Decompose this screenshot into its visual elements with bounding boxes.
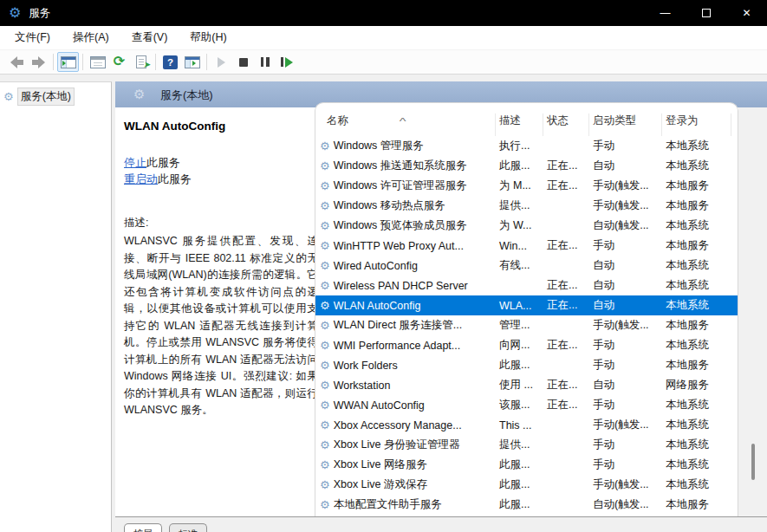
service-gear-icon: ⚙ <box>320 340 330 351</box>
stop-service-button[interactable] <box>232 52 254 72</box>
window-title: 服务 <box>29 6 50 21</box>
column-header-status[interactable]: 状态 <box>543 114 589 136</box>
table-row[interactable]: ⚙WLAN AutoConfig WLA... 正在... 自动 本地系统 <box>315 295 738 315</box>
column-header-name[interactable]: 名称^ <box>315 114 496 136</box>
table-row[interactable]: ⚙Windows 许可证管理器服务 为 M... 正在... 手动(触发... … <box>315 176 738 196</box>
table-row[interactable]: ⚙WinHTTP Web Proxy Aut... Win... 正在... 手… <box>315 236 738 256</box>
service-startup-type-cell: 手动 <box>589 238 662 253</box>
service-description-cell: 提供... <box>496 198 543 213</box>
tab-extended[interactable]: 扩展 <box>124 523 162 532</box>
start-icon <box>218 57 225 68</box>
service-description-cell: 该服... <box>496 398 543 412</box>
service-name-cell: ⚙Windows 管理服务 <box>315 139 496 153</box>
table-row[interactable]: ⚙WLAN Direct 服务连接管... 管理... 手动(触发... 本地服… <box>315 315 738 335</box>
menu-help[interactable]: 帮助(H) <box>179 26 237 49</box>
service-status-cell: 正在... <box>543 178 589 193</box>
column-header-startup-type[interactable]: 启动类型 <box>589 114 662 136</box>
restart-service-button[interactable] <box>276 52 297 72</box>
service-name: Wired AutoConfig <box>334 260 418 272</box>
stop-service-suffix: 此服务 <box>146 156 180 169</box>
menu-action[interactable]: 操作(A) <box>62 26 120 49</box>
scrollbar-track[interactable] <box>738 107 767 516</box>
minimize-button[interactable]: — <box>645 0 686 26</box>
service-logon-cell: 本地系统 <box>662 258 731 273</box>
tab-standard[interactable]: 标准 <box>169 523 207 532</box>
service-name: Xbox Live 身份验证管理器 <box>334 438 460 452</box>
service-gear-icon: ⚙ <box>320 360 330 371</box>
table-row[interactable]: ⚙Windows 推送通知系统服务 此服... 正在... 自动 本地系统 <box>315 156 738 176</box>
start-service-button[interactable] <box>211 52 232 72</box>
content-area: ⚙ 服务(本地) ⚙ 服务(本地) WLAN AutoConfig 停止此服务 … <box>0 75 767 532</box>
service-list-panel: 名称^ 描述 状态 启动类型 登录为 ⚙Windows 管理服务 执行... 手… <box>315 102 738 516</box>
menu-file[interactable]: 文件(F) <box>3 26 62 49</box>
service-status-cell: 正在... <box>543 378 589 393</box>
forward-button[interactable] <box>28 52 49 72</box>
service-name-cell: ⚙Wired AutoConfig <box>315 260 496 272</box>
service-description-cell: Win... <box>496 240 543 252</box>
service-logon-cell: 本地系统 <box>662 298 731 313</box>
table-row[interactable]: ⚙Work Folders 此服... 手动 本地服务 <box>315 355 738 375</box>
service-rows: ⚙Windows 管理服务 执行... 手动 本地系统 ⚙Windows 推送通… <box>315 136 738 516</box>
table-row[interactable]: ⚙Windows 管理服务 执行... 手动 本地系统 <box>315 136 738 156</box>
table-row[interactable]: ⚙Xbox Live 网络服务 此服... 手动 本地系统 <box>315 455 738 475</box>
toolbar: ⟳ ➤ ? <box>0 50 767 75</box>
pane-header-title: 服务(本地) <box>160 88 213 103</box>
table-row[interactable]: ⚙Wired AutoConfig 有线... 自动 本地系统 <box>315 256 738 276</box>
service-startup-type-cell: 手动 <box>589 358 662 373</box>
service-description-cell: This ... <box>496 419 543 431</box>
help-icon: ? <box>163 55 178 69</box>
service-name-cell: ⚙WWAN AutoConfig <box>315 399 496 412</box>
help-button[interactable]: ? <box>159 52 181 72</box>
export-list-button[interactable]: ➤ <box>130 52 152 72</box>
show-action-pane-button[interactable] <box>181 52 203 72</box>
service-name-cell: ⚙WLAN Direct 服务连接管... <box>315 318 496 333</box>
service-startup-type-cell: 自动 <box>589 159 662 173</box>
service-name-cell: ⚙Xbox Accessory Manage... <box>315 419 496 431</box>
show-console-tree-button[interactable] <box>57 52 79 72</box>
service-logon-cell: 本地系统 <box>662 338 731 353</box>
service-name-cell: ⚙本地配置文件助手服务 <box>315 497 496 512</box>
maximize-button[interactable] <box>686 0 726 26</box>
table-row[interactable]: ⚙WMI Performance Adapt... 向网... 正在... 手动… <box>315 335 738 355</box>
properties-button[interactable] <box>87 52 108 72</box>
table-row[interactable]: ⚙Xbox Live 游戏保存 此服... 手动(触发... 本地系统 <box>315 475 738 495</box>
services-pane: ⚙ 服务(本地) WLAN AutoConfig 停止此服务 重启动此服务 描述… <box>115 81 767 532</box>
menu-view[interactable]: 查看(V) <box>120 26 179 49</box>
table-row[interactable]: ⚙Windows 预览体验成员服务 为 W... 自动(触发... 本地系统 <box>315 216 738 236</box>
table-row[interactable]: ⚙Wireless PAN DHCP Server 正在... 自动 本地系统 <box>315 276 738 295</box>
table-row[interactable]: ⚙WWAN AutoConfig 该服... 正在... 手动 本地系统 <box>315 395 738 415</box>
table-row[interactable]: ⚙Windows 移动热点服务 提供... 手动(触发... 本地服务 <box>315 196 738 216</box>
table-row[interactable]: ⚙Workstation 使用 ... 正在... 自动 网络服务 <box>315 375 738 395</box>
stop-service-link[interactable]: 停止 <box>124 156 146 169</box>
table-row[interactable]: ⚙本地配置文件助手服务 此服... 自动(触发... 本地服务 <box>315 495 738 515</box>
tree-item-label: 服务(本地) <box>17 88 75 106</box>
back-button[interactable] <box>6 52 28 72</box>
view-tabstrip: 扩展 标准 <box>115 516 767 532</box>
table-row[interactable]: ⚙Xbox Accessory Manage... This ... 手动(触发… <box>315 415 738 435</box>
service-name-cell: ⚙Work Folders <box>315 360 496 372</box>
tree-item-services-local[interactable]: ⚙ 服务(本地) <box>3 88 109 106</box>
service-status-cell: 正在... <box>543 298 589 313</box>
close-button[interactable]: ✕ <box>726 0 767 26</box>
service-status-cell: 正在... <box>543 398 589 412</box>
service-name: Windows 管理服务 <box>334 139 424 153</box>
service-name: Windows 移动热点服务 <box>334 198 445 213</box>
pause-service-button[interactable] <box>254 52 276 72</box>
service-description-cell: 此服... <box>496 358 543 373</box>
column-header-description[interactable]: 描述 <box>496 114 543 136</box>
service-action-links: 停止此服务 重启动此服务 <box>124 154 318 187</box>
service-startup-type-cell: 自动 <box>589 278 662 293</box>
service-name: Windows 许可证管理器服务 <box>334 178 467 193</box>
restart-service-link[interactable]: 重启动 <box>124 172 158 185</box>
scrollbar-thumb[interactable] <box>751 444 755 480</box>
service-description-cell: 提供... <box>496 438 543 452</box>
service-name: Workstation <box>334 380 391 392</box>
refresh-button[interactable]: ⟳ <box>108 52 130 72</box>
service-logon-cell: 本地服务 <box>662 358 731 373</box>
service-gear-icon: ⚙ <box>320 160 330 172</box>
service-logon-cell: 本地系统 <box>662 477 731 492</box>
column-header-logon-as[interactable]: 登录为 <box>662 114 731 136</box>
table-row[interactable]: ⚙Xbox Live 身份验证管理器 提供... 手动 本地系统 <box>315 435 738 455</box>
service-startup-type-cell: 自动 <box>589 378 662 393</box>
service-gear-icon: ⚙ <box>320 300 330 311</box>
